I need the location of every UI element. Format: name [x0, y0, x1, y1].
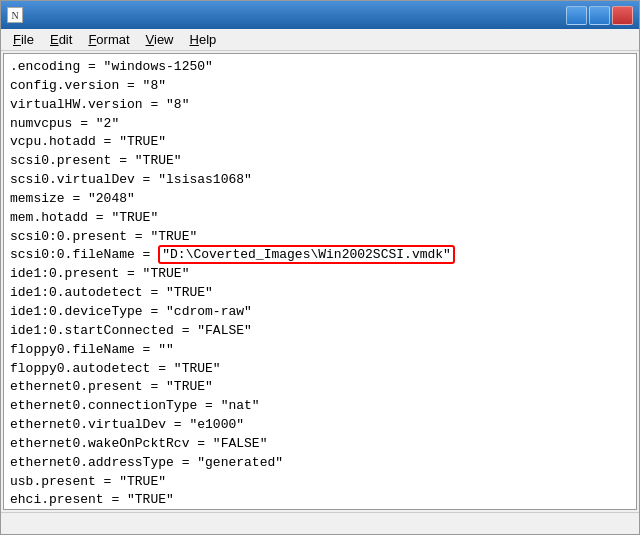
title-bar-buttons: [566, 6, 633, 25]
notepad-window: N File Edit Format View Help .encoding =…: [0, 0, 640, 535]
maximize-button[interactable]: [589, 6, 610, 25]
app-icon-letter: N: [11, 10, 18, 21]
status-bar: [1, 512, 639, 534]
app-icon: N: [7, 7, 23, 23]
close-button[interactable]: [612, 6, 633, 25]
highlighted-value: "D:\Coverted_Images\Win2002SCSI.vmdk": [158, 245, 455, 264]
menu-file[interactable]: File: [5, 30, 42, 49]
minimize-button[interactable]: [566, 6, 587, 25]
menu-bar: File Edit Format View Help: [1, 29, 639, 51]
menu-view[interactable]: View: [138, 30, 182, 49]
title-bar: N: [1, 1, 639, 29]
menu-format[interactable]: Format: [80, 30, 137, 49]
text-content[interactable]: .encoding = "windows-1250" config.versio…: [4, 54, 636, 509]
menu-help[interactable]: Help: [182, 30, 225, 49]
title-bar-left: N: [7, 7, 28, 23]
editor-area: .encoding = "windows-1250" config.versio…: [3, 53, 637, 510]
menu-edit[interactable]: Edit: [42, 30, 80, 49]
